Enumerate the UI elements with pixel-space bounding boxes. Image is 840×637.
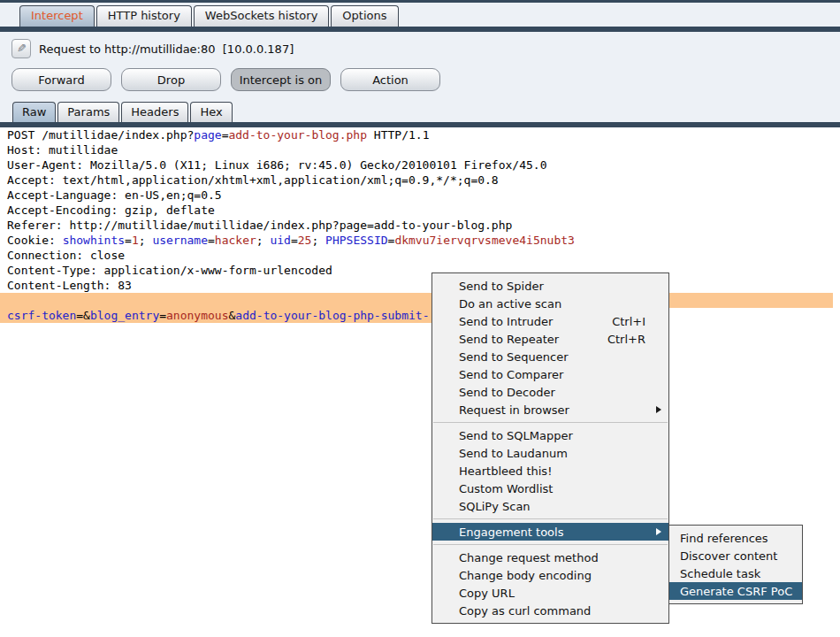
menu-item-label: Engagement tools — [459, 526, 563, 539]
menu-item-label: Copy as curl command — [459, 604, 591, 618]
request-token: page — [194, 128, 221, 142]
menu-item-label: Change body encoding — [459, 569, 592, 582]
menu-arrow-spacer — [654, 388, 663, 396]
request-token: = — [125, 234, 132, 247]
menu-item-change-body-encoding[interactable]: Change body encoding — [432, 566, 668, 584]
request-token: Accept-Language: en-US,en;q=0.5 — [7, 188, 222, 202]
tab-hex[interactable]: Hex — [190, 102, 232, 122]
menu-arrow-spacer — [792, 587, 797, 595]
request-token: ; — [311, 234, 325, 247]
submenu-item-schedule-task[interactable]: Schedule task — [669, 564, 802, 582]
menu-item-label: Generate CSRF PoC — [680, 585, 792, 598]
submenu-item-generate-csrf-poc[interactable]: Generate CSRF PoC — [669, 582, 802, 600]
pencil-icon: ✎ — [17, 40, 27, 58]
tab-intercept[interactable]: Intercept — [19, 5, 95, 27]
request-target-label: Request to http://mutillidae:80 [10.0.0.… — [39, 42, 294, 56]
request-line: POST /mutillidae/index.php?page=add-to-y… — [0, 127, 840, 142]
menu-separator — [433, 518, 668, 519]
submenu-arrow-icon — [654, 405, 663, 414]
request-line: Accept-Language: en-US,en;q=0.5 — [0, 188, 840, 203]
request-token: Cookie: — [7, 234, 63, 247]
submenu-item-discover-content[interactable]: Discover content — [669, 547, 802, 564]
menu-shortcut: Ctrl+I — [612, 315, 645, 328]
main-tab-bar: Intercept HTTP history WebSockets histor… — [0, 3, 840, 27]
forward-button[interactable]: Forward — [11, 68, 111, 91]
request-token: showhints — [63, 234, 125, 247]
request-token: User-Agent: Mozilla/5.0 (X11; Linux i686… — [7, 158, 546, 172]
burp-intercept-window: Intercept HTTP history WebSockets histor… — [0, 0, 840, 637]
menu-item-label: Schedule task — [680, 567, 760, 580]
menu-item-label: Send to Comparer — [459, 368, 563, 381]
menu-item-do-an-active-scan[interactable]: Do an active scan — [432, 295, 668, 312]
request-token: 1 — [132, 234, 139, 247]
menu-arrow-spacer — [654, 606, 663, 615]
request-token: uid — [270, 234, 290, 247]
request-token: blog_entry — [90, 309, 159, 322]
menu-item-label: Send to Laudanum — [459, 447, 568, 460]
tab-headers[interactable]: Headers — [121, 102, 188, 122]
menu-separator — [433, 544, 668, 545]
request-line: User-Agent: Mozilla/5.0 (X11; Linux i686… — [0, 157, 840, 173]
intercept-toggle-button[interactable]: Intercept is on — [231, 68, 331, 91]
menu-item-send-to-sequencer[interactable]: Send to Sequencer — [432, 348, 668, 365]
request-line: Content-Length: 83 — [0, 278, 840, 293]
request-token: hacker — [215, 234, 256, 247]
intercept-toolbar-panel: ✎ Request to http://mutillidae:80 [10.0.… — [0, 32, 840, 122]
request-token: PHPSESSID — [325, 234, 387, 247]
request-token: dkmvu7iervqrvsmeve4i5nubt3 — [394, 234, 575, 247]
request-line: Accept-Encoding: gzip, deflate — [0, 203, 840, 218]
tab-options[interactable]: Options — [331, 5, 398, 27]
request-line: Referer: http://mutillidae/mutillidae/in… — [0, 218, 840, 233]
request-token: Content-Length: 83 — [7, 279, 132, 292]
tab-http-history[interactable]: HTTP history — [96, 5, 192, 27]
menu-item-label: Discover content — [680, 549, 777, 563]
request-token: ; — [139, 234, 153, 247]
request-token: Content-Type: application/x-www-form-url… — [7, 264, 332, 277]
menu-item-label: SQLiPy Scan — [459, 500, 531, 513]
menu-arrow-spacer — [654, 317, 663, 326]
menu-arrow-spacer — [654, 334, 663, 343]
menu-item-custom-wordlist[interactable]: Custom Wordlist — [432, 480, 668, 497]
request-token: Referer: http://mutillidae/mutillidae/in… — [7, 219, 512, 232]
menu-item-label: Send to Intruder — [459, 315, 553, 328]
menu-separator — [433, 422, 668, 423]
edit-request-button[interactable]: ✎ — [11, 39, 31, 58]
tab-params[interactable]: Params — [57, 102, 119, 122]
request-token: ; — [256, 234, 271, 247]
tab-websockets-history[interactable]: WebSockets history — [194, 5, 329, 27]
request-token: anonymous — [166, 309, 228, 322]
menu-item-sqlipy-scan[interactable]: SQLiPy Scan — [432, 497, 668, 515]
action-button[interactable]: Action — [340, 68, 440, 91]
menu-item-send-to-comparer[interactable]: Send to Comparer — [432, 365, 668, 383]
menu-item-send-to-intruder[interactable]: Send to IntruderCtrl+I — [432, 312, 668, 330]
menu-item-label: Do an active scan — [459, 297, 561, 311]
tab-raw[interactable]: Raw — [12, 102, 56, 122]
menu-item-request-in-browser[interactable]: Request in browser — [432, 401, 668, 418]
menu-item-send-to-laudanum[interactable]: Send to Laudanum — [432, 444, 668, 462]
request-token: csrf-token — [7, 309, 76, 322]
request-token: = — [208, 234, 215, 247]
editor-tab-bar: Raw Params Headers Hex — [0, 101, 840, 122]
menu-item-change-request-method[interactable]: Change request method — [432, 549, 668, 566]
request-token: Accept-Encoding: gzip, deflate — [7, 203, 215, 217]
menu-item-send-to-repeater[interactable]: Send to RepeaterCtrl+R — [432, 330, 668, 348]
menu-item-copy-url[interactable]: Copy URL — [432, 584, 668, 602]
menu-item-heartbleed-this[interactable]: Heartbleed this! — [432, 462, 668, 480]
intercept-action-buttons: Forward Drop Intercept is on Action — [0, 60, 840, 93]
request-token: POST /mutillidae/index.php? — [7, 128, 194, 142]
menu-arrow-spacer — [654, 571, 663, 579]
drop-button[interactable]: Drop — [121, 68, 221, 91]
context-menu: Send to SpiderDo an active scanSend to I… — [431, 272, 669, 624]
menu-arrow-spacer — [654, 588, 663, 597]
submenu-item-find-references[interactable]: Find references — [669, 529, 802, 547]
menu-item-label: Change request method — [459, 551, 599, 564]
menu-item-copy-as-curl-command[interactable]: Copy as curl command — [432, 602, 668, 619]
menu-item-label: Heartbleed this! — [459, 464, 552, 478]
request-target-row: ✎ Request to http://mutillidae:80 [10.0.… — [0, 32, 840, 60]
menu-item-label: Request in browser — [459, 403, 569, 417]
request-token: add-to-your-blog.php — [228, 128, 367, 142]
menu-item-send-to-spider[interactable]: Send to Spider — [432, 277, 668, 295]
menu-item-send-to-decoder[interactable]: Send to Decoder — [432, 383, 668, 401]
menu-item-send-to-sqlmapper[interactable]: Send to SQLMapper — [432, 426, 668, 444]
menu-item-engagement-tools[interactable]: Engagement tools — [432, 523, 668, 541]
